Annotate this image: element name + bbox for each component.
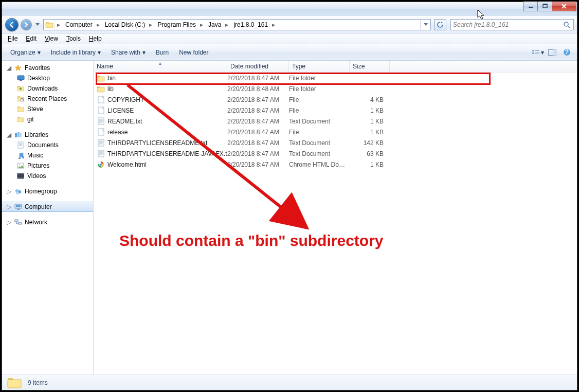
pictures-icon: [16, 162, 25, 170]
file-row[interactable]: README.txt2/20/2018 8:47 AMText Document…: [94, 116, 577, 127]
sidebar-item-music[interactable]: Music: [2, 150, 93, 161]
sidebar-item-label: Pictures: [27, 162, 49, 169]
file-row[interactable]: THIRDPARTYLICENSEREADME-JAVAFX.txt2/20/2…: [94, 148, 577, 159]
file-row[interactable]: Welcome.html2/20/2018 8:47 AMChrome HTML…: [94, 159, 577, 170]
caret-icon: ◢: [6, 131, 11, 138]
menu-file[interactable]: FFileile: [4, 34, 21, 43]
svg-point-4: [564, 22, 568, 26]
svg-line-5: [568, 26, 570, 28]
computer-label: Computer: [25, 203, 52, 210]
sidebar-item-steve[interactable]: Steve: [2, 104, 93, 114]
crumb-jre[interactable]: jre1.8.0_161: [230, 20, 270, 30]
svg-text:?: ?: [565, 48, 568, 56]
svg-rect-6: [532, 50, 534, 51]
user-folder-icon: [16, 105, 25, 113]
svg-rect-24: [18, 142, 23, 148]
view-options-button[interactable]: ▾: [532, 46, 544, 59]
status-count: 9 items: [28, 379, 48, 386]
burn-button[interactable]: Burn: [152, 47, 173, 58]
address-bar[interactable]: ▸ Computer ▸ Local Disk (C:) ▸ Program F…: [43, 19, 431, 30]
file-name: README.txt: [107, 118, 142, 125]
nav-history-dropdown[interactable]: [34, 20, 41, 29]
crumb-java[interactable]: Java: [205, 20, 223, 30]
refresh-button[interactable]: [434, 19, 446, 30]
file-name: lib: [107, 85, 114, 93]
crumb-local-disk[interactable]: Local Disk (C:): [102, 20, 148, 30]
sidebar-network[interactable]: ▷ Network: [2, 217, 93, 227]
share-with-button[interactable]: Share with ▾: [107, 47, 150, 58]
new-folder-button[interactable]: New folder: [175, 47, 212, 58]
chevron-right-icon[interactable]: ▸: [147, 21, 154, 28]
column-date[interactable]: Date modified: [227, 61, 289, 72]
chevron-right-icon[interactable]: ▸: [223, 21, 230, 28]
sidebar-item-desktop[interactable]: Desktop: [2, 73, 93, 83]
file-row[interactable]: lib2/20/2018 8:48 AMFile folder: [94, 83, 577, 94]
sidebar-libraries[interactable]: ◢ Libraries: [2, 130, 93, 140]
column-size[interactable]: Size: [350, 61, 390, 72]
sidebar-item-documents[interactable]: Documents: [2, 140, 93, 150]
file-date: 2/20/2018 8:47 AM: [227, 107, 289, 114]
file-row[interactable]: COPYRIGHT2/20/2018 8:47 AMFile4 KB: [94, 94, 577, 105]
menu-help[interactable]: HelpHelp: [85, 34, 105, 43]
sidebar-homegroup[interactable]: ▷ Homegroup: [2, 186, 93, 197]
menu-tools[interactable]: ToolsTools: [63, 34, 84, 43]
search-input[interactable]: [453, 21, 563, 28]
file-type: Text Document: [289, 139, 350, 147]
close-button[interactable]: [552, 2, 576, 11]
file-date: 2/20/2018 8:47 AM: [227, 150, 289, 157]
file-name: THIRDPARTYLICENSEREADME.txt: [107, 139, 207, 147]
address-dropdown[interactable]: [420, 20, 430, 30]
file-type: File folder: [289, 85, 350, 93]
maximize-button[interactable]: [537, 2, 552, 11]
file-name: release: [107, 129, 128, 136]
help-button[interactable]: ?: [560, 46, 573, 59]
menu-view[interactable]: ViewView: [41, 34, 62, 43]
sidebar-item-label: Recent Places: [27, 95, 67, 102]
file-row[interactable]: THIRDPARTYLICENSEREADME.txt2/20/2018 8:4…: [94, 137, 577, 148]
navigation-bar: ▸ Computer ▸ Local Disk (C:) ▸ Program F…: [2, 16, 577, 33]
sidebar-item-downloads[interactable]: Downloads: [2, 83, 93, 94]
include-library-button[interactable]: Include in library ▾: [47, 47, 105, 58]
homegroup-icon: [14, 187, 22, 195]
organize-button[interactable]: Organize ▾: [6, 47, 45, 58]
svg-rect-2: [543, 4, 547, 5]
sidebar-item-pictures[interactable]: Pictures: [2, 161, 93, 171]
sidebar-computer[interactable]: ▷ Computer: [2, 202, 93, 212]
chevron-right-icon[interactable]: ▸: [95, 21, 102, 28]
svg-rect-39: [15, 220, 18, 222]
file-rows[interactable]: bin2/20/2018 8:47 AMFile folderlib2/20/2…: [94, 73, 577, 375]
content-area: ◢ Favorites Desktop Downloads Recent Pla…: [2, 61, 577, 375]
command-bar: Organize ▾ Include in library ▾ Share wi…: [2, 44, 577, 61]
back-button[interactable]: [5, 18, 19, 31]
forward-button[interactable]: [21, 19, 32, 30]
chrome-icon: [97, 161, 105, 169]
chevron-right-icon[interactable]: ▸: [55, 21, 62, 28]
crumb-computer[interactable]: Computer: [62, 20, 95, 30]
chevron-right-icon[interactable]: ▸: [270, 21, 277, 28]
chevron-right-icon[interactable]: ▸: [198, 21, 205, 28]
minimize-button[interactable]: [523, 2, 538, 11]
menu-edit[interactable]: EditEdit: [22, 34, 40, 43]
preview-pane-button[interactable]: [546, 46, 558, 59]
column-type[interactable]: Type: [289, 61, 350, 72]
navigation-pane[interactable]: ◢ Favorites Desktop Downloads Recent Pla…: [2, 61, 94, 375]
file-size: 1 KB: [350, 118, 387, 125]
file-row[interactable]: release2/20/2018 8:47 AMFile1 KB: [94, 127, 577, 137]
svg-rect-14: [17, 76, 24, 80]
file-name: THIRDPARTYLICENSEREADME-JAVAFX.txt: [107, 150, 227, 157]
file-date: 2/20/2018 8:47 AM: [227, 118, 289, 125]
file-row[interactable]: LICENSE2/20/2018 8:47 AMFile1 KB: [94, 105, 577, 116]
breadcrumb: ▸ Computer ▸ Local Disk (C:) ▸ Program F…: [55, 20, 420, 30]
search-box[interactable]: [450, 19, 574, 30]
sidebar-favorites[interactable]: ◢ Favorites: [2, 63, 93, 73]
sidebar-item-videos[interactable]: Videos: [2, 171, 93, 181]
sidebar-item-git[interactable]: git: [2, 114, 93, 124]
file-row[interactable]: bin2/20/2018 8:47 AMFile folder: [94, 73, 577, 83]
crumb-program-files[interactable]: Program Files: [154, 20, 198, 30]
svg-point-35: [16, 191, 19, 194]
svg-rect-23: [20, 133, 22, 137]
sidebar-item-recent[interactable]: Recent Places: [2, 94, 93, 104]
sidebar-item-label: Downloads: [27, 85, 58, 92]
svg-rect-32: [17, 177, 24, 179]
column-name[interactable]: Name ▲: [94, 61, 227, 72]
